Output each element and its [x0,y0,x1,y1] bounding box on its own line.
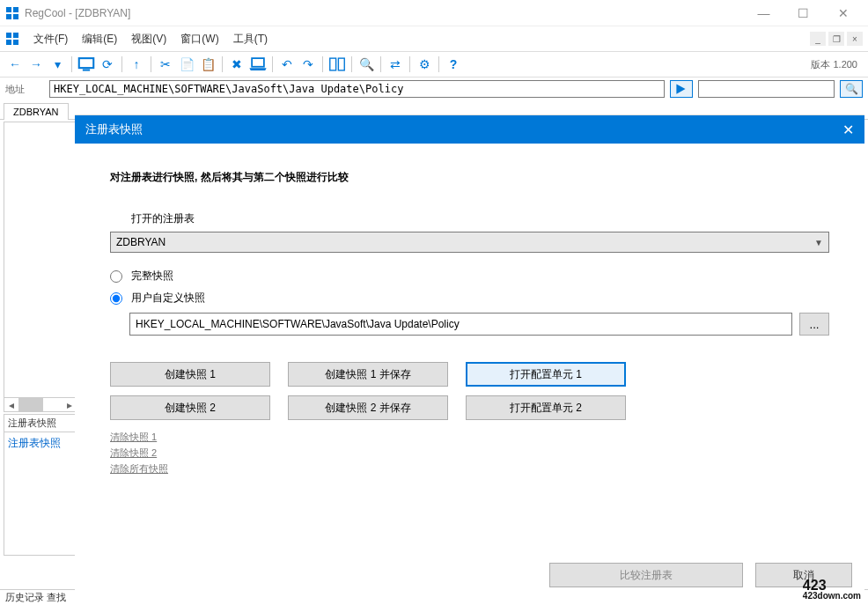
clear-snapshot-1-link[interactable]: 清除快照 1 [110,431,829,444]
goto-button[interactable] [670,80,693,98]
window-controls: — ☐ ✕ [744,1,863,26]
separator [322,56,323,72]
dialog-title: 注册表快照 [85,122,143,137]
compare-registry-button[interactable]: 比较注册表 [549,563,743,587]
search-icon[interactable]: 🔍 [357,55,376,74]
menu-view[interactable]: 视图(V) [124,28,173,50]
forward-icon[interactable]: → [26,55,46,74]
cut-icon[interactable]: ✂ [156,55,175,74]
address-label: 地址 [5,83,44,96]
watermark-small: 423down.com [803,592,861,600]
svg-rect-2 [6,14,11,19]
create-snapshot-1-button[interactable]: 创建快照 1 [110,362,270,387]
refresh-icon[interactable]: ⟳ [98,55,117,74]
scroll-thumb[interactable] [18,398,43,411]
menu-tools[interactable]: 工具(T) [226,28,275,50]
registry-combo[interactable]: ZDBRYAN ▼ [110,232,829,253]
scroll-left-icon[interactable]: ◂ [4,398,18,411]
svg-rect-1 [13,7,18,12]
svg-rect-10 [252,58,264,67]
menu-file[interactable]: 文件(F) [26,28,75,50]
button-row-2: 创建快照 2 创建快照 2 并保存 打开配置单元 2 [110,395,829,420]
open-hive-1-button[interactable]: 打开配置单元 1 [466,362,626,387]
radio-user-input[interactable] [110,292,122,305]
horizontal-scrollbar[interactable]: ◂ ▸ [4,397,77,411]
redo-icon[interactable]: ↷ [298,55,318,74]
radio-full-input[interactable] [110,270,122,283]
create-snapshot-1-save-button[interactable]: 创建快照 1 并保存 [288,362,448,387]
mdi-controls: _ ❐ × [810,32,863,46]
status-history-label: 历史记录 查找 [5,591,72,604]
snapshot-item[interactable]: 注册表快照 [8,437,61,449]
create-snapshot-2-button[interactable]: 创建快照 2 [110,395,270,420]
browse-button[interactable]: ... [799,313,829,336]
svg-rect-0 [6,7,11,12]
svg-rect-8 [79,58,94,68]
paste-icon[interactable]: 📋 [198,55,217,74]
maximize-button[interactable]: ☐ [783,1,823,26]
mdi-minimize-button[interactable]: _ [810,32,826,46]
snapshot-section-label: 注册表快照 [4,414,77,432]
computer-icon[interactable] [77,55,96,74]
path-row: ... [129,313,829,336]
svg-rect-6 [6,40,11,45]
svg-rect-5 [13,33,18,38]
search-button[interactable]: 🔍 [840,80,863,98]
separator [351,56,352,72]
help-icon[interactable]: ? [444,55,463,74]
dialog-titlebar: 注册表快照 ✕ [75,115,864,144]
mdi-close-button[interactable]: × [847,32,863,46]
radio-full-label: 完整快照 [131,269,173,284]
close-button[interactable]: ✕ [823,1,863,26]
toggle-icon[interactable]: ⇄ [386,55,405,74]
up-icon[interactable]: ↑ [127,55,146,74]
dialog-close-icon[interactable]: ✕ [842,122,854,138]
registry-combo-value: ZDBRYAN [116,236,166,248]
separator [438,56,439,72]
menu-bar: 文件(F) 编辑(E) 视图(V) 窗口(W) 工具(T) _ ❐ × [0,26,868,51]
radio-user-label: 用户自定义快照 [131,291,205,306]
clear-snapshot-2-link[interactable]: 清除快照 2 [110,446,829,460]
laptop-icon[interactable] [248,55,268,74]
radio-user-snapshot[interactable]: 用户自定义快照 [110,291,829,306]
back-icon[interactable]: ← [5,55,25,74]
address-bar: 地址 🔍 [0,77,868,100]
separator [272,56,273,72]
create-snapshot-2-save-button[interactable]: 创建快照 2 并保存 [288,395,448,420]
copy-icon[interactable]: 📄 [177,55,196,74]
compare-icon[interactable] [327,55,347,74]
svg-rect-11 [330,58,336,70]
separator [380,56,381,72]
mdi-restore-button[interactable]: ❐ [828,32,844,46]
open-registry-label: 打开的注册表 [131,211,829,226]
window-title: RegCool - [ZDBRYAN] [25,7,744,19]
open-hive-2-button[interactable]: 打开配置单元 2 [466,395,626,420]
tab-zdbryan[interactable]: ZDBRYAN [4,103,69,120]
delete-icon[interactable]: ✖ [227,55,246,74]
svg-rect-7 [13,40,18,45]
snapshot-section: 注册表快照 注册表快照 [4,414,77,556]
path-input[interactable] [129,313,792,336]
svg-rect-3 [13,14,18,19]
separator [71,56,72,72]
radio-full-snapshot[interactable]: 完整快照 [110,269,829,284]
menu-window[interactable]: 窗口(W) [173,28,225,50]
title-bar: RegCool - [ZDBRYAN] — ☐ ✕ [0,0,868,26]
separator [222,56,223,72]
undo-icon[interactable]: ↶ [277,55,297,74]
toolbar: ← → ▾ ⟳ ↑ ✂ 📄 📋 ✖ ↶ ↷ 🔍 ⇄ ⚙ ? 版本 1.200 [0,51,868,77]
clear-all-snapshots-link[interactable]: 清除所有快照 [110,462,829,476]
snapshot-dialog: 注册表快照 ✕ 对注册表进行快照, 然后将其与第二个快照进行比较 打开的注册表 … [75,114,864,601]
button-row-1: 创建快照 1 创建快照 1 并保存 打开配置单元 1 [110,362,829,387]
minimize-button[interactable]: — [744,1,783,26]
snapshot-section-content: 注册表快照 [4,432,77,556]
separator [151,56,151,72]
dropdown-icon[interactable]: ▾ [48,55,67,74]
address-input[interactable] [49,80,665,98]
search-input[interactable] [698,80,835,98]
dialog-body: 对注册表进行快照, 然后将其与第二个快照进行比较 打开的注册表 ZDBRYAN … [75,144,864,554]
menu-edit[interactable]: 编辑(E) [75,28,124,50]
app-icon [5,6,19,20]
settings-icon[interactable]: ⚙ [415,55,434,74]
tree-area[interactable] [4,122,77,397]
